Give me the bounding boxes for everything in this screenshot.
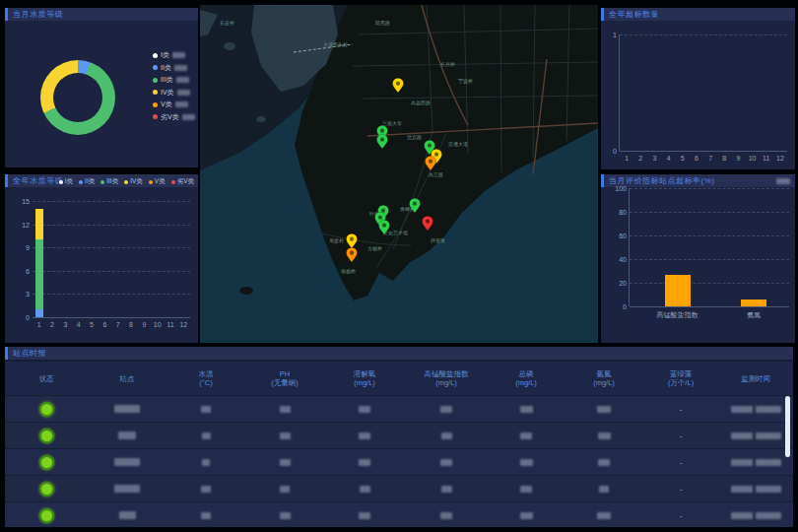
value-redacted <box>202 459 210 466</box>
value-redacted <box>597 512 611 519</box>
x-axis-tick: 1 <box>625 155 629 162</box>
status-ok-dot <box>39 508 54 523</box>
status-cell <box>5 508 88 523</box>
legend-item[interactable]: IV类 <box>153 87 195 100</box>
column-header: 高锰酸盐指数(mg/L) <box>405 369 488 387</box>
stacked-bar-segment[interactable] <box>35 239 43 309</box>
map-label: 陆秀路 <box>375 20 390 26</box>
header-accent <box>601 8 604 21</box>
value-cell <box>245 486 324 493</box>
gridline <box>33 271 190 272</box>
column-header-line1: 总磷 <box>488 369 565 378</box>
station-name-redacted <box>114 485 140 493</box>
donut-legend: I类II类III类IV类V类劣V类 <box>153 49 195 123</box>
table-row[interactable]: - <box>5 449 793 475</box>
stacked-bar-segment[interactable] <box>35 209 43 239</box>
legend-dot <box>153 102 158 107</box>
table-row[interactable]: - <box>5 476 793 501</box>
value-cell <box>405 459 488 466</box>
map-label: 大浦窑头村 <box>323 41 348 48</box>
map-label: 石皮桥 <box>220 20 234 27</box>
panel-header: 全年水质等级 I类II类III类IV类V类劣V类 <box>5 174 198 187</box>
x-axis-tick: 4 <box>667 155 671 162</box>
gridline <box>630 188 789 189</box>
map-islet <box>256 116 266 122</box>
value-cell <box>488 512 565 519</box>
column-header: 状态 <box>5 374 88 383</box>
header-accent <box>601 174 604 187</box>
station-name-redacted <box>114 458 140 466</box>
legend-dot <box>124 180 128 184</box>
column-header: 氨氮(mg/L) <box>565 369 643 387</box>
y-axis-tick: 60 <box>619 233 630 239</box>
legend-label: V类 <box>155 177 166 186</box>
status-cell <box>5 429 88 443</box>
stacked-bar-segment[interactable] <box>35 309 43 317</box>
value-redacted <box>520 486 532 493</box>
table-scrollbar[interactable] <box>785 396 790 457</box>
legend-item[interactable]: V类 <box>153 99 195 111</box>
time-cell <box>718 432 793 439</box>
value-cell <box>565 406 643 413</box>
column-header-line2: (万个/L) <box>643 378 718 387</box>
station-name-redacted <box>118 432 136 439</box>
value-redacted <box>440 512 452 519</box>
value-redacted <box>440 406 452 413</box>
map-label: 兰南大学 <box>382 120 402 126</box>
gridline <box>620 151 787 152</box>
legend-item[interactable]: I类 <box>59 177 73 186</box>
value-cell <box>245 512 324 519</box>
panel-year-exceed: 全年超标数量 01123456789101112 <box>601 8 795 169</box>
column-header-line1: 溶解氧 <box>324 369 405 378</box>
value-redacted <box>359 432 370 439</box>
x-axis-tick: 10 <box>154 321 162 328</box>
legend-item[interactable]: I类 <box>153 49 195 62</box>
legend-item[interactable]: 劣V类 <box>153 111 195 124</box>
legend-item[interactable]: IV类 <box>124 177 143 186</box>
value-cell <box>405 486 488 493</box>
value-redacted <box>280 406 291 413</box>
legend-label: I类 <box>161 50 169 60</box>
rate-bar[interactable] <box>741 299 766 306</box>
time-redacted <box>731 512 753 519</box>
x-axis-tick: 11 <box>763 155 769 162</box>
legend-item[interactable]: II类 <box>79 177 95 186</box>
map-panel[interactable]: 石皮桥大浦窑头村陆秀路长兴桥宁波桥高远西路兰南大学北宫路交通大道高立路青峰桥叶春… <box>200 5 598 343</box>
y-axis-tick: 15 <box>22 198 33 205</box>
value-redacted <box>520 406 533 413</box>
city-map[interactable]: 石皮桥大浦窑头村陆秀路长兴桥宁波桥高远西路兰南大学北宫路交通大道高立路青峰桥叶春… <box>200 5 598 343</box>
rate-bar[interactable] <box>665 275 691 306</box>
status-cell <box>5 482 88 497</box>
map-label: 薛家里 <box>431 237 445 243</box>
value-cell <box>405 432 488 439</box>
station-cell <box>88 458 166 466</box>
column-header-line1: 状态 <box>5 374 88 383</box>
map-label: 高远西路 <box>411 100 431 106</box>
gridline <box>620 34 787 35</box>
header-accent <box>5 174 8 187</box>
legend-item[interactable]: III类 <box>153 74 195 87</box>
year-quality-plot: 03691215123456789101112 <box>33 201 190 317</box>
table-row[interactable]: - <box>5 396 793 422</box>
gridline <box>33 247 190 248</box>
value-redacted <box>201 486 211 493</box>
legend-item[interactable]: 劣V类 <box>171 177 194 186</box>
legend-label: III类 <box>106 177 118 186</box>
legend-label: 劣V类 <box>177 177 194 186</box>
time-cell <box>718 406 793 413</box>
y-axis-tick: 9 <box>26 244 33 251</box>
table-body: ----- <box>5 396 793 527</box>
column-header-line2: (mg/L) <box>324 378 405 387</box>
legend-value-redacted <box>176 77 189 83</box>
legend-item[interactable]: III类 <box>100 177 118 186</box>
header-badge-redacted[interactable] <box>776 178 790 184</box>
legend-item[interactable]: II类 <box>153 62 195 75</box>
donut-chart[interactable] <box>40 60 115 135</box>
value-redacted <box>359 459 370 466</box>
value-cell <box>245 459 324 466</box>
station-name-redacted <box>119 511 136 519</box>
table-header-row: 状态站点水温(°C)PH(无量纲)溶解氧(mg/L)高锰酸盐指数(mg/L)总磷… <box>5 362 793 395</box>
legend-item[interactable]: V类 <box>149 177 166 186</box>
table-row[interactable]: - <box>5 502 793 527</box>
table-row[interactable]: - <box>5 423 793 448</box>
